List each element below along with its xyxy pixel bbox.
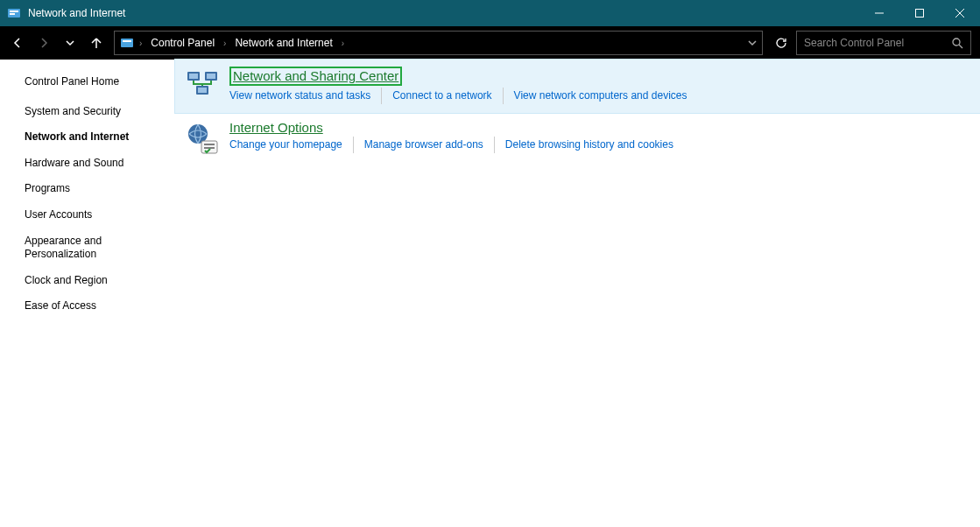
category-network-sharing: Network and Sharing Center View network …: [175, 60, 980, 113]
svg-line-10: [959, 45, 962, 48]
recent-locations-button[interactable]: [58, 31, 82, 55]
task-change-homepage[interactable]: Change your homepage: [229, 137, 353, 153]
breadcrumb-item[interactable]: Network and Internet: [231, 35, 335, 51]
content: Control Panel Home System and Security N…: [0, 60, 980, 527]
task-view-network-status[interactable]: View network status and tasks: [229, 88, 381, 104]
svg-rect-14: [207, 74, 215, 79]
network-sharing-icon: [186, 68, 221, 103]
svg-rect-2: [10, 13, 15, 15]
svg-rect-7: [121, 39, 133, 47]
task-view-network-computers[interactable]: View network computers and devices: [503, 88, 698, 104]
search-input[interactable]: [804, 37, 952, 49]
sidebar-item-hardware-sound[interactable]: Hardware and Sound: [25, 157, 168, 171]
chevron-right-icon: ›: [342, 39, 344, 48]
sidebar-item-network-internet[interactable]: Network and Internet: [25, 130, 168, 144]
back-button[interactable]: [5, 31, 30, 55]
sidebar-item-system-security[interactable]: System and Security: [25, 105, 168, 119]
address-bar[interactable]: › Control Panel › Network and Internet ›: [114, 31, 763, 55]
up-button[interactable]: [84, 31, 109, 55]
breadcrumb-item[interactable]: Control Panel: [147, 35, 218, 51]
address-dropdown-button[interactable]: [748, 39, 757, 47]
sidebar-item-user-accounts[interactable]: User Accounts: [25, 208, 168, 222]
category-tasks: Change your homepage Manage browser add-…: [229, 137, 969, 153]
svg-rect-16: [198, 88, 207, 93]
window-title: Network and Internet: [28, 7, 125, 19]
svg-rect-18: [201, 141, 217, 153]
sidebar: Control Panel Home System and Security N…: [0, 60, 175, 527]
task-manage-addons[interactable]: Manage browser add-ons: [353, 137, 494, 153]
sidebar-item-appearance[interactable]: Appearance and Personalization: [25, 235, 168, 262]
main-panel: Network and Sharing Center View network …: [175, 60, 980, 527]
titlebar: Network and Internet: [0, 0, 980, 26]
sidebar-item-programs[interactable]: Programs: [25, 182, 168, 196]
svg-rect-8: [123, 40, 131, 42]
control-panel-home-link[interactable]: Control Panel Home: [25, 75, 168, 89]
category-body: Internet Options Change your homepage Ma…: [229, 120, 969, 157]
category-internet-options: Internet Options Change your homepage Ma…: [175, 113, 980, 165]
internet-options-icon: [186, 122, 221, 157]
task-delete-history[interactable]: Delete browsing history and cookies: [494, 137, 684, 153]
task-connect-network[interactable]: Connect to a network: [381, 88, 502, 104]
search-box[interactable]: [796, 31, 971, 55]
sidebar-item-clock-region[interactable]: Clock and Region: [25, 274, 168, 288]
svg-point-9: [953, 39, 960, 46]
navbar: › Control Panel › Network and Internet ›: [0, 26, 980, 60]
search-icon[interactable]: [952, 38, 963, 49]
svg-rect-4: [916, 10, 924, 18]
category-tasks: View network status and tasks Connect to…: [229, 88, 969, 104]
category-title-network-sharing[interactable]: Network and Sharing Center: [229, 67, 402, 86]
svg-rect-1: [10, 11, 18, 12]
minimize-button[interactable]: [859, 0, 899, 26]
forward-button[interactable]: [32, 31, 56, 55]
svg-rect-12: [189, 74, 198, 79]
category-body: Network and Sharing Center View network …: [229, 67, 969, 104]
control-panel-icon: [7, 6, 21, 20]
refresh-button[interactable]: [768, 31, 794, 55]
chevron-right-icon: ›: [223, 39, 226, 48]
sidebar-item-ease-access[interactable]: Ease of Access: [25, 299, 168, 313]
chevron-right-icon: ›: [139, 39, 142, 48]
category-title-internet-options[interactable]: Internet Options: [229, 120, 323, 135]
address-icon: [120, 36, 134, 50]
close-button[interactable]: [940, 0, 980, 26]
maximize-button[interactable]: [899, 0, 940, 26]
